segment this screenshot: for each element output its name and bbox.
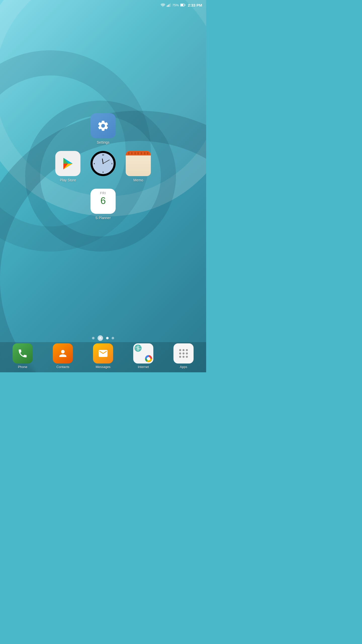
wifi-icon (161, 3, 165, 7)
clock-3: 3 (111, 163, 112, 165)
clock-6: 6 (103, 171, 104, 173)
svg-point-0 (163, 6, 163, 7)
clock-center (103, 163, 104, 164)
memo-label: Memo (133, 178, 143, 182)
svg-rect-7 (181, 4, 184, 6)
battery-icon (180, 4, 185, 7)
home-icon (99, 336, 102, 340)
signal-icon (167, 3, 171, 7)
messages-dock-icon[interactable]: Messages (93, 343, 113, 369)
internet-dock-icon[interactable]: Internet (133, 343, 153, 369)
clock-icon: 12 3 6 9 (90, 151, 116, 176)
battery-percentage: 75% (172, 3, 179, 7)
icon-grid: Settings (52, 113, 155, 224)
contacts-dock-icon[interactable]: Contacts (53, 343, 73, 369)
playstore-label: Play Store (60, 178, 76, 182)
svg-point-24 (179, 356, 181, 358)
apps-label: Apps (180, 365, 187, 369)
desktop: Settings (0, 10, 206, 342)
memo-icon (126, 151, 151, 176)
apps-icon (173, 343, 194, 364)
settings-app-icon[interactable]: Settings (87, 113, 119, 148)
svg-rect-1 (167, 6, 167, 7)
svg-point-16 (147, 357, 150, 360)
time: 2:33 PM (188, 3, 202, 7)
svg-point-18 (179, 349, 181, 351)
splanner-date: 6 (100, 196, 106, 206)
contacts-icon (53, 343, 73, 364)
playstore-icon (55, 151, 80, 176)
phone-dock-icon[interactable]: Phone (13, 343, 33, 369)
clock-widget[interactable]: 12 3 6 9 (87, 151, 119, 186)
phone-icon (13, 343, 33, 364)
settings-icon (90, 113, 116, 138)
svg-point-26 (186, 356, 188, 358)
svg-point-22 (183, 352, 185, 354)
svg-point-19 (183, 349, 185, 351)
messages-icon (93, 343, 113, 364)
empty-slot-3 (52, 189, 84, 224)
clock-minute-hand (103, 159, 110, 164)
svg-point-21 (179, 352, 181, 354)
svg-rect-5 (170, 3, 171, 7)
empty-slot-4 (122, 189, 155, 224)
page-indicators (0, 335, 206, 341)
memo-header (126, 151, 151, 155)
apps-dock-icon[interactable]: Apps (173, 343, 194, 369)
messages-label: Messages (96, 365, 110, 369)
splanner-label: S Planner (95, 216, 111, 220)
phone-label: Phone (18, 365, 27, 369)
status-icons: 75% 2:33 PM (161, 3, 202, 7)
svg-point-23 (186, 352, 188, 354)
svg-rect-2 (168, 5, 168, 7)
internet-icon (133, 343, 153, 364)
settings-label: Settings (97, 140, 110, 144)
splanner-app-icon[interactable]: FRI 6 S Planner (87, 189, 119, 224)
clock-9: 9 (94, 163, 95, 165)
internet-label: Internet (138, 365, 149, 369)
svg-point-25 (183, 356, 185, 358)
dock: Phone Contacts Messages (0, 342, 206, 372)
page-dot-1[interactable] (92, 337, 95, 339)
playstore-app-icon[interactable]: Play Store (52, 151, 84, 186)
svg-rect-3 (168, 5, 169, 7)
clock-12: 12 (102, 154, 104, 156)
page-dot-home[interactable] (98, 335, 103, 341)
page-dot-3[interactable] (106, 337, 109, 339)
empty-slot-2 (122, 113, 155, 148)
svg-point-20 (186, 349, 188, 351)
status-bar: 75% 2:33 PM (0, 0, 206, 10)
splanner-icon: FRI 6 (90, 189, 116, 214)
contacts-label: Contacts (56, 365, 69, 369)
empty-slot-1 (52, 113, 84, 148)
svg-rect-4 (169, 4, 170, 7)
svg-rect-8 (185, 5, 186, 6)
page-dot-4[interactable] (112, 337, 114, 339)
memo-app-icon[interactable]: Memo (122, 151, 155, 186)
splanner-day: FRI (100, 191, 106, 195)
